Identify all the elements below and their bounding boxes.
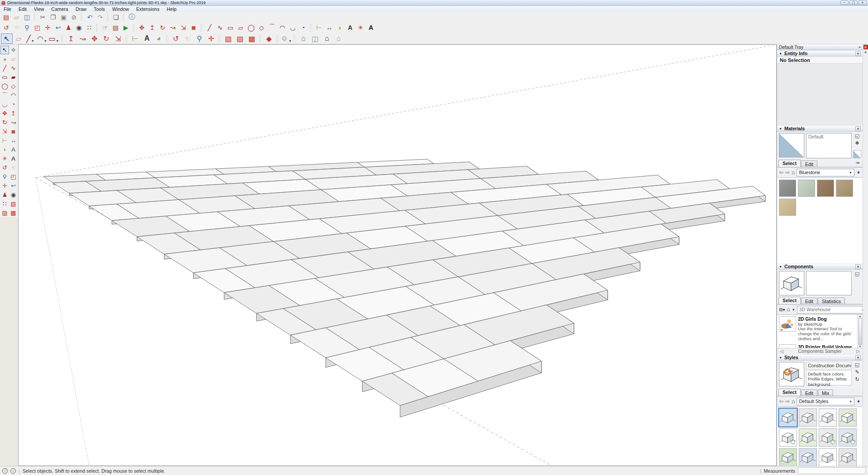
text-button[interactable]: A [345,23,355,33]
close-icon[interactable]: ✕ [855,355,861,360]
eraser-button[interactable]: ▱ [9,55,18,63]
push-pull-button[interactable]: ↥ [147,23,157,33]
close-button[interactable]: ✕ [859,0,867,5]
home-icon[interactable]: ⌂ [792,398,795,404]
undo-button[interactable]: ↶ [85,12,95,22]
drawing-canvas[interactable] [18,44,777,466]
rotate-button[interactable]: ↻ [0,118,9,127]
pan-button[interactable]: ☜ [11,23,22,33]
material-thumbnail-bluestone-brown[interactable] [817,180,834,197]
pan-button[interactable]: ☜ [182,33,193,44]
open-button[interactable]: ▱ [11,12,22,22]
look-around-button[interactable]: ◉ [9,190,18,199]
freehand-button[interactable]: ∿ [215,23,225,33]
style-thumbnail-7[interactable] [819,428,837,446]
rotate-button[interactable]: ↻ [100,33,112,44]
new-button[interactable]: ▤ [1,12,11,22]
sample-paint-eyedropper-icon[interactable]: ✑ [854,160,861,167]
scrollbar[interactable]: ▲▼ [857,315,863,348]
3d-text-button[interactable]: A [9,154,18,163]
create-material-button[interactable]: ❖ [855,140,859,146]
print-button[interactable]: ❏ [111,12,121,22]
forward-arrow-icon[interactable]: ⇨ [785,169,790,176]
collapse-arrow-icon[interactable]: ▼ [779,356,782,359]
component-attributes-button[interactable]: ▶ [121,23,131,33]
move-button[interactable]: ✥ [137,23,147,33]
look-around-button[interactable]: ◉ [74,23,84,33]
tray-close-icon[interactable]: ✕ [863,45,868,49]
walk-button[interactable]: ∷ [84,23,94,33]
paint-bucket-button[interactable]: ◕ [0,55,9,63]
styles-header[interactable]: ▼ Styles ✕ [777,354,863,361]
warehouse-share-button[interactable]: ◆ [263,33,275,44]
geolocation-status-icon[interactable]: ? [2,468,8,474]
select-button[interactable]: ↖ [0,46,9,54]
style-thumbnail-11[interactable] [819,448,837,466]
zoom-button[interactable]: ⚲ [193,33,205,44]
home-icon[interactable]: ⌂ [792,169,795,176]
line-button[interactable]: ╱▼ [24,33,36,44]
zoom-extents-button[interactable]: ✛ [205,33,217,44]
push-pull-button[interactable]: ↥ [9,109,18,118]
collapse-arrow-icon[interactable]: ▼ [779,52,782,55]
account-button[interactable]: ☺▼ [280,33,292,44]
orbit-button[interactable]: ↺ [0,163,9,172]
freehand-button[interactable]: ∿ [9,64,18,72]
3d-text-button[interactable]: A [366,23,376,33]
materials-collection-dropdown[interactable]: Bluestone ▼ [797,169,854,176]
style-thumbnail-1[interactable] [779,408,797,427]
secondary-pane-icon[interactable]: ◱ [855,133,859,139]
section-display-button[interactable]: ▨ [0,209,9,217]
home-icon[interactable]: ⌂ [787,306,790,313]
menu-extensions[interactable]: Extensions [132,6,163,12]
zoom-previous-button[interactable]: ↩ [53,23,63,33]
model-viewport[interactable] [19,45,776,466]
style-thumbnail-8[interactable] [839,428,857,446]
erase-button[interactable]: ⊘ [69,12,79,22]
section-plane-button[interactable]: ▧ [222,33,234,44]
menu-file[interactable]: File [0,6,15,12]
component-item[interactable]: 2D Girls Dogby SketchUpUse the Interact … [777,315,857,343]
zoom-extents-button[interactable]: ✛ [42,23,53,33]
style-thumbnail-3[interactable] [819,408,837,427]
offset-button[interactable]: ◙ [9,127,18,136]
position-camera-button[interactable]: ♟ [63,23,74,33]
style-thumbnail-6[interactable] [799,428,817,446]
tray-title-bar[interactable]: Default Tray ⌖ [777,44,863,50]
tab-statistics[interactable]: Statistics [818,298,845,304]
save-button[interactable]: ◫ [22,12,32,22]
circle-button[interactable]: ◯ [246,23,256,33]
chevron-down-icon[interactable]: ▼ [792,308,795,311]
material-thumbnail-bluestone-tan[interactable] [836,180,853,197]
paste-button[interactable]: ▣ [58,12,69,22]
secondary-pane-icon[interactable]: ◱ [855,271,859,277]
menu-help[interactable]: Help [163,6,180,12]
follow-me-button[interactable]: ↝ [168,23,178,33]
text-button[interactable]: A [141,33,153,44]
arc-button[interactable]: ⌒ [0,91,9,100]
redo-button[interactable]: ↷ [95,12,105,22]
details-arrow-icon[interactable]: ➧ [856,169,861,176]
move-button[interactable]: ✥ [89,33,100,44]
pie-button[interactable]: ◔ [298,23,308,33]
update-style-icon[interactable]: ↻ [855,376,859,382]
rotate-button[interactable]: ↻ [157,23,168,33]
style-thumbnail-12[interactable] [839,448,857,466]
maximize-button[interactable]: ▢ [849,0,858,5]
circle-button[interactable]: ◯ [0,82,9,90]
close-icon[interactable]: ✕ [855,51,861,56]
copy-button[interactable]: ❐ [48,12,58,22]
rotated-rectangle-button[interactable]: ▱ [236,23,246,33]
make-component-button[interactable]: ❖ [9,46,18,54]
style-thumbnail-2[interactable] [799,408,817,427]
rectangle-button[interactable]: ▭▼ [48,33,60,44]
search-input[interactable] [799,307,860,312]
pan-button[interactable]: ☜ [9,163,18,172]
material-thumbnail-bluestone-grey[interactable] [779,180,796,197]
tape-measure-button[interactable]: ⊢ [314,23,324,33]
model-info-button[interactable]: ⓘ [127,12,137,22]
zoom-button[interactable]: ⚲ [22,23,32,33]
pin-icon[interactable]: ⌖ [859,45,861,50]
tab-mix[interactable]: Mix [818,390,833,396]
zoom-button[interactable]: ⚲ [0,172,9,181]
